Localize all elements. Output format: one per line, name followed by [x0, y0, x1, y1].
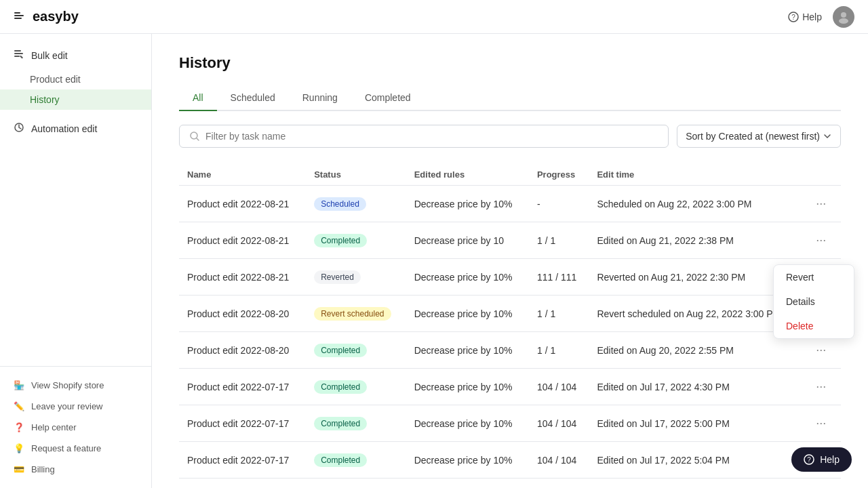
cell-name: Product edit 2022-07-17 — [179, 369, 306, 405]
cell-name: Product edit 2022-08-21 — [179, 222, 306, 259]
sidebar-item-help-center[interactable]: ❓ Help center — [0, 417, 151, 438]
cell-actions: ··· — [804, 405, 841, 442]
cell-edited-rules: Decrease price by 10% — [406, 296, 529, 332]
search-input[interactable] — [205, 131, 658, 142]
tab-completed[interactable]: Completed — [351, 85, 425, 111]
cell-edited-rules: Decrease price by 10% — [406, 442, 529, 479]
cell-progress: - — [529, 186, 589, 222]
row-menu-button[interactable]: ··· — [812, 195, 830, 212]
sort-dropdown[interactable]: Sort by Created at (newest first) — [677, 125, 841, 148]
menu-item-delete[interactable]: Delete — [774, 314, 854, 338]
cell-edit-time: Edited on Jul 17, 2022 5:04 PM — [589, 442, 804, 479]
help-label: Help — [802, 12, 822, 22]
table-row: Product edit 2022-08-20 Revert scheduled… — [179, 296, 841, 332]
cell-edit-time: Reverted on Aug 21, 2022 2:30 PM — [589, 259, 804, 296]
cell-progress: 111 / 111 — [529, 259, 589, 296]
col-status: Status — [306, 164, 406, 186]
cell-edited-rules: Decrease price by 10 — [406, 222, 529, 259]
cell-actions: ··· — [804, 222, 841, 259]
table-row: Product edit 2022-08-21 Completed Decrea… — [179, 222, 841, 259]
cell-edit-time: Edited on Aug 21, 2022 2:38 PM — [589, 222, 804, 259]
menu-item-details[interactable]: Details — [774, 289, 854, 314]
cell-progress: 1 / 1 — [529, 222, 589, 259]
sidebar-item-history[interactable]: History — [0, 89, 151, 110]
cell-name: Product edit 2022-08-21 — [179, 259, 306, 296]
status-badge: Completed — [314, 417, 367, 430]
table-row: Product edit 2022-07-17 Completed Decrea… — [179, 405, 841, 442]
row-menu-button[interactable]: ··· — [812, 232, 830, 249]
cell-progress: 1 / 1 — [529, 332, 589, 369]
help-bubble-icon: ? — [804, 454, 814, 465]
search-icon — [189, 131, 200, 142]
page-title: History — [179, 54, 841, 72]
cell-edit-time: Scheduled on Aug 22, 2022 3:00 PM — [589, 186, 804, 222]
cell-status: Completed — [306, 405, 406, 442]
help-center-icon: ❓ — [14, 422, 24, 432]
status-badge: Scheduled — [314, 197, 366, 211]
help-center-label: Help center — [31, 422, 76, 432]
history-table: Name Status Edited rules Progress Edit t… — [179, 164, 841, 479]
help-bubble[interactable]: ? Help — [791, 447, 852, 472]
row-menu-button[interactable]: ··· — [812, 378, 830, 395]
tab-all[interactable]: All — [179, 85, 217, 111]
cell-edited-rules: Decrease price by 10% — [406, 259, 529, 296]
logo-icon — [14, 9, 28, 24]
svg-rect-2 — [14, 18, 22, 19]
view-shopify-icon: 🏪 — [14, 380, 24, 390]
help-bubble-label: Help — [820, 454, 840, 465]
svg-point-6 — [839, 18, 848, 24]
tab-bar: All Scheduled Running Completed — [179, 85, 841, 111]
table-header-row: Name Status Edited rules Progress Edit t… — [179, 164, 841, 186]
cell-edited-rules: Decrease price by 10% — [406, 369, 529, 405]
avatar[interactable] — [833, 6, 854, 28]
col-name: Name — [179, 164, 306, 186]
context-menu: Revert Details Delete — [773, 264, 854, 339]
automation-edit-icon — [14, 122, 24, 136]
row-menu-button[interactable]: ··· — [812, 415, 830, 432]
cell-status: Completed — [306, 332, 406, 369]
svg-rect-8 — [14, 53, 23, 54]
cell-edit-time: Edited on Jul 17, 2022 5:00 PM — [589, 405, 804, 442]
sidebar-item-leave-review[interactable]: ✏️ Leave your review — [0, 396, 151, 417]
col-actions — [804, 164, 841, 186]
svg-text:?: ? — [791, 14, 795, 21]
request-feature-icon: 💡 — [14, 443, 24, 453]
main-content: History All Scheduled Running Completed … — [152, 34, 868, 488]
sidebar-item-request-feature[interactable]: 💡 Request a feature — [0, 438, 151, 459]
table-row: Product edit 2022-07-17 Completed Decrea… — [179, 442, 841, 479]
sidebar-item-view-shopify[interactable]: 🏪 View Shopify store — [0, 375, 151, 396]
sidebar-history-label: History — [30, 94, 60, 105]
svg-text:?: ? — [807, 456, 811, 464]
sidebar-item-product-edit[interactable]: Product edit — [0, 69, 151, 89]
status-badge: Revert scheduled — [314, 307, 391, 321]
tab-scheduled[interactable]: Scheduled — [217, 85, 289, 111]
menu-item-revert[interactable]: Revert — [774, 265, 854, 289]
col-edit-time: Edit time — [589, 164, 804, 186]
sort-label: Sort by — [686, 131, 715, 142]
status-badge: Completed — [314, 380, 367, 394]
help-link[interactable]: ? Help — [788, 12, 822, 22]
sidebar-product-edit-label: Product edit — [30, 74, 81, 85]
table-row: Product edit 2022-08-21 Reverted Decreas… — [179, 259, 841, 296]
row-menu-button[interactable]: ··· — [812, 342, 830, 359]
svg-rect-0 — [14, 12, 20, 14]
cell-name: Product edit 2022-08-21 — [179, 186, 306, 222]
cell-edited-rules: Decrease price by 10% — [406, 332, 529, 369]
cell-actions: ··· — [804, 369, 841, 405]
cell-status: Reverted — [306, 259, 406, 296]
sidebar-item-billing[interactable]: 💳 Billing — [0, 459, 151, 480]
toolbar: Sort by Created at (newest first) — [179, 125, 841, 148]
sidebar-item-bulk-edit[interactable]: Bulk edit — [0, 42, 151, 69]
sidebar-item-automation-edit[interactable]: Automation edit — [0, 115, 151, 142]
billing-icon: 💳 — [14, 464, 24, 474]
table-row: Product edit 2022-08-21 Scheduled Decrea… — [179, 186, 841, 222]
tab-running[interactable]: Running — [289, 85, 351, 111]
logo[interactable]: easyby — [14, 9, 79, 24]
cell-progress: 104 / 104 — [529, 405, 589, 442]
sort-value: Created at (newest first) — [719, 131, 820, 142]
cell-edit-time: Edited on Aug 20, 2022 2:55 PM — [589, 332, 804, 369]
cell-name: Product edit 2022-07-17 — [179, 442, 306, 479]
leave-review-label: Leave your review — [31, 401, 103, 411]
sidebar-bulk-edit-label: Bulk edit — [31, 50, 68, 61]
table-row: Product edit 2022-07-17 Completed Decrea… — [179, 369, 841, 405]
